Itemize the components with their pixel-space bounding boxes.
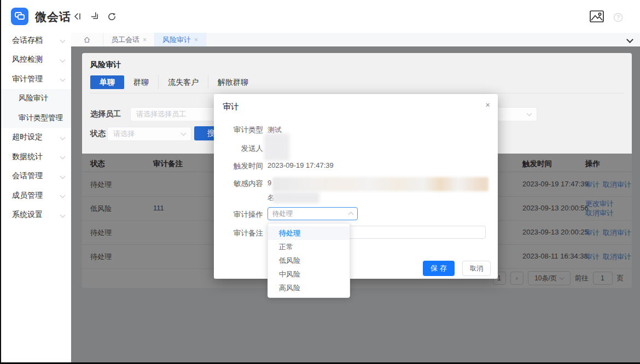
broken-image-icon[interactable]: [589, 9, 605, 24]
sidebar-item-风控检测[interactable]: 风控检测: [0, 50, 71, 70]
audit-type-label: 审计类型: [214, 125, 263, 135]
sidebar-item-label: 成员管理: [12, 191, 43, 201]
sidebar-menu: 会话存档风控检测审计管理风险审计审计类型管理超时设定数据统计会话管理成员管理系统…: [0, 31, 71, 225]
sidebar-item-风险审计[interactable]: 风险审计: [0, 89, 71, 109]
chevron-down-icon: [60, 154, 66, 160]
sidebar-item-审计管理[interactable]: 审计管理: [0, 69, 71, 89]
chat-tab-单聊[interactable]: 单聊: [90, 75, 124, 89]
sidebar-item-超时设定[interactable]: 超时设定: [0, 128, 71, 148]
tab-label: 风险审计: [162, 35, 191, 45]
status-filter-label: 状态: [90, 129, 106, 139]
chat-type-tabs: 单聊群聊流失客户解散群聊: [90, 75, 258, 89]
chevron-down-icon: [60, 193, 66, 198]
tab-风险审计[interactable]: 风险审计×: [155, 33, 206, 46]
sidebar-item-会话管理[interactable]: 会话管理: [0, 167, 71, 186]
double-chevron-icon[interactable]: [89, 11, 100, 22]
sidebar-item-label: 会话存档: [12, 36, 43, 45]
chat-tab-流失客户[interactable]: 流失客户: [159, 75, 208, 89]
status-select[interactable]: 请选择: [107, 127, 191, 141]
redacted-content-line1: [272, 177, 488, 191]
chevron-down-icon: [60, 212, 66, 218]
help-icon[interactable]: ?: [613, 12, 624, 23]
cancel-button[interactable]: 取消: [462, 261, 491, 276]
chat-tab-群聊[interactable]: 群聊: [124, 75, 159, 89]
save-button[interactable]: 保存: [423, 261, 455, 276]
employee-placeholder: 请选择选择员工: [136, 109, 186, 119]
audit-action-label: 审计操作: [214, 210, 263, 220]
audit-note-label: 审计备注: [214, 228, 263, 238]
app-window: 微会话: [0, 0, 640, 364]
app-header: 微会话: [0, 0, 640, 33]
dropdown-option-低风险[interactable]: 低风险: [268, 254, 350, 267]
sidebar-item-审计类型管理[interactable]: 审计类型管理: [0, 108, 71, 128]
dropdown-option-中风险[interactable]: 中风险: [268, 267, 350, 281]
redacted-sender: [264, 133, 289, 161]
sidebar: 会话存档风控检测审计管理风险审计审计类型管理超时设定数据统计会话管理成员管理系统…: [0, 33, 71, 364]
refresh-icon[interactable]: [106, 11, 117, 22]
status-placeholder: 请选择: [113, 129, 135, 139]
sidebar-item-label: 系统设置: [12, 210, 43, 220]
save-button-label: 保存: [430, 263, 449, 273]
sidebar-item-成员管理[interactable]: 成员管理: [0, 186, 71, 206]
app-title: 微会话: [35, 9, 71, 25]
chevron-down-icon: [527, 111, 532, 116]
divider: [90, 93, 624, 93]
sidebar-fold-icon[interactable]: [72, 11, 83, 22]
sidebar-item-会话存档[interactable]: 会话存档: [0, 31, 71, 50]
chevron-down-icon: [181, 131, 187, 136]
chevron-up-icon: [348, 212, 354, 218]
tab-bar: 员工会话×风险审计×: [71, 33, 640, 46]
chevron-down-icon: [60, 57, 66, 62]
sidebar-item-label: 超时设定: [12, 132, 43, 142]
dropdown-option-待处理[interactable]: 待处理: [268, 226, 350, 240]
chevron-down-icon: [60, 173, 66, 179]
audit-action-dropdown: 待处理正常低风险中风险高风险: [267, 223, 350, 298]
chevron-down-icon: [60, 77, 66, 82]
home-icon: [83, 36, 91, 44]
page-title: 风险审计: [90, 60, 121, 70]
tab-员工会话[interactable]: 员工会话×: [103, 33, 155, 46]
home-tab[interactable]: [71, 33, 103, 46]
close-icon[interactable]: ×: [485, 101, 490, 109]
dropdown-option-正常[interactable]: 正常: [268, 240, 350, 254]
tab-label: 员工会话: [111, 35, 139, 45]
sidebar-item-系统设置[interactable]: 系统设置: [0, 206, 71, 225]
sidebar-item-数据统计[interactable]: 数据统计: [0, 147, 71, 167]
chevron-down-icon: [60, 38, 66, 43]
redacted-content-line2: [272, 192, 319, 203]
open-tabs: 员工会话×风险审计×: [103, 33, 206, 46]
svg-text:?: ?: [616, 15, 620, 21]
modal-title: 审计: [223, 102, 239, 112]
audit-action-value: 待处理: [272, 209, 293, 219]
dropdown-option-高风险[interactable]: 高风险: [268, 281, 350, 295]
employee-filter-label: 选择员工: [90, 109, 121, 119]
chevron-down-icon[interactable]: [626, 36, 633, 43]
sidebar-item-label: 风险审计: [19, 93, 48, 103]
app-logo-icon: [11, 8, 28, 25]
sidebar-item-label: 审计管理: [12, 74, 43, 84]
close-icon[interactable]: ×: [143, 37, 147, 43]
chevron-down-icon: [60, 134, 66, 140]
screen-edge-left: [0, 0, 1, 364]
sidebar-item-label: 风控检测: [12, 55, 43, 64]
sidebar-item-label: 审计类型管理: [19, 113, 63, 123]
trigger-time-label: 触发时间: [214, 161, 263, 171]
audit-action-select[interactable]: 待处理: [267, 207, 358, 220]
cancel-button-label: 取消: [470, 264, 483, 273]
sensitive-content-prefix: 9: [267, 179, 271, 187]
audit-modal: 审计 × 审计类型 测试 发送人 触发时间 2023-09-19 17:47:3…: [214, 94, 498, 279]
sender-label: 发送人: [214, 144, 263, 154]
trigger-time-value: 2023-09-19 17:47:39: [267, 161, 334, 169]
sidebar-item-label: 数据统计: [12, 152, 43, 162]
sensitive-content-label: 敏感内容: [214, 179, 263, 189]
chat-tab-解散群聊[interactable]: 解散群聊: [208, 75, 258, 89]
close-icon[interactable]: ×: [194, 37, 198, 43]
sidebar-item-label: 会话管理: [12, 171, 43, 181]
